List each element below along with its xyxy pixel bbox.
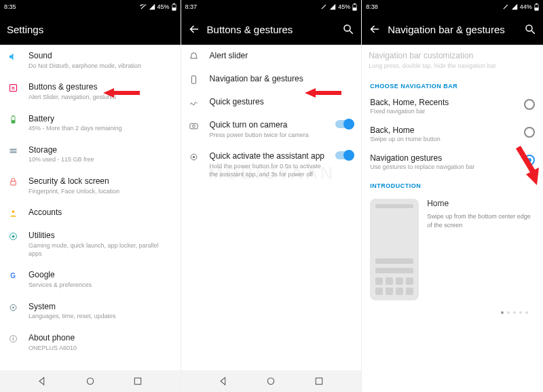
section-choose-navbar: CHOOSE NAVIGATION BAR: [362, 76, 543, 92]
svg-rect-1: [172, 7, 176, 10]
settings-item-about[interactable]: About phoneONEPLUS A6010: [0, 327, 181, 358]
phone-icon: [188, 74, 200, 85]
search-icon[interactable]: [524, 23, 536, 35]
app-bar: Buttons & gestures: [181, 14, 362, 45]
svg-line-27: [350, 31, 353, 34]
settings-item-accounts[interactable]: Accounts: [0, 201, 181, 224]
settings-item-sound[interactable]: SoundDo Not Disturb, earphone mode, vibr…: [0, 45, 181, 76]
panel-nav-bar-gestures: 8:38 44% Navigation bar & gestures Navig…: [362, 0, 543, 392]
search-icon[interactable]: [342, 23, 354, 35]
status-bar: 8:38 44%: [362, 0, 543, 14]
system-icon: [7, 302, 19, 313]
svg-point-16: [12, 307, 14, 309]
svg-rect-21: [135, 378, 141, 384]
svg-point-32: [193, 156, 195, 158]
status-time: 8:38: [366, 3, 378, 10]
buttons-icon: B: [7, 82, 19, 93]
status-bar: 8:35 45%: [0, 0, 181, 14]
svg-rect-7: [12, 115, 14, 116]
item-quick-assistant[interactable]: Quick activate the assistant appHold the…: [181, 145, 362, 184]
page-title: Navigation bar & gestures: [388, 24, 517, 35]
settings-item-buttons-gestures[interactable]: B Buttons & gesturesAlert Slider, naviga…: [0, 76, 181, 107]
page-indicator: [362, 307, 543, 314]
app-bar: Navigation bar & gestures: [362, 14, 543, 45]
panel-settings: 8:35 45% Settings SoundDo Not Disturb, e…: [0, 0, 181, 392]
svg-rect-25: [354, 3, 356, 4]
sound-icon: [7, 51, 19, 62]
status-battery-pct: 45%: [157, 3, 170, 10]
switch-quick-camera[interactable]: [335, 120, 353, 128]
svg-marker-41: [516, 146, 539, 185]
utilities-icon: [7, 231, 19, 241]
assistant-icon: [188, 151, 200, 162]
settings-item-storage[interactable]: Storage10% used - 115 GB free: [0, 139, 181, 170]
svg-rect-18: [12, 338, 13, 340]
page-title: Settings: [7, 24, 174, 35]
intro-description: Swipe up from the bottom center edge of …: [427, 212, 535, 229]
svg-rect-2: [173, 3, 175, 4]
red-arrow-annotation: [506, 144, 541, 185]
item-quick-camera[interactable]: Quick turn on cameraPress power button t…: [181, 114, 362, 145]
svg-rect-29: [190, 123, 198, 129]
intro-title: Home: [427, 199, 535, 208]
svg-rect-24: [353, 7, 357, 10]
battery-status-icon: [534, 3, 539, 11]
switch-assistant[interactable]: [335, 151, 353, 159]
phone-mock-illustration: [370, 199, 419, 300]
back-icon[interactable]: [369, 23, 381, 35]
signal-status-icon: [511, 3, 518, 10]
settings-item-security[interactable]: Security & lock screenFingerprint, Face …: [0, 170, 181, 201]
storage-icon: [7, 145, 19, 156]
nav-home-icon[interactable]: [265, 376, 276, 387]
wifi-off-status-icon: [140, 3, 147, 10]
svg-rect-9: [10, 151, 16, 153]
svg-marker-35: [305, 88, 341, 98]
settings-list: SoundDo Not Disturb, earphone mode, vibr…: [0, 45, 181, 370]
svg-point-20: [87, 378, 93, 384]
nav-back-icon[interactable]: [218, 376, 229, 387]
system-nav-bar: [0, 370, 181, 392]
battery-icon: [7, 114, 19, 125]
svg-line-40: [531, 31, 535, 34]
svg-rect-6: [12, 120, 15, 123]
svg-point-33: [268, 378, 274, 384]
svg-point-11: [12, 211, 14, 214]
wifi-off-status-icon: [320, 3, 327, 10]
svg-rect-10: [10, 181, 16, 185]
svg-text:G: G: [10, 273, 16, 280]
nav-home-icon[interactable]: [85, 376, 96, 387]
signal-status-icon: [149, 3, 155, 10]
status-time: 8:37: [185, 3, 198, 10]
red-arrow-annotation: [103, 87, 140, 99]
navbar-settings-content: Navigation bar customizationLong press, …: [362, 45, 543, 392]
gesture-icon: [188, 97, 200, 108]
nav-back-icon[interactable]: [37, 376, 48, 387]
status-battery-pct: 45%: [338, 3, 350, 10]
settings-item-system[interactable]: SystemLanguages, time, reset, updates: [0, 296, 181, 327]
svg-rect-37: [535, 7, 539, 10]
svg-marker-22: [103, 88, 140, 98]
item-alert-slider[interactable]: Alert slider: [181, 45, 362, 68]
accounts-icon: [7, 208, 19, 218]
nav-recents-icon[interactable]: [314, 376, 324, 387]
lock-icon: [7, 176, 19, 187]
settings-item-battery[interactable]: Battery45% - More than 2 days remaining: [0, 108, 181, 139]
battery-status-icon: [352, 3, 357, 11]
intro-card[interactable]: Home Swipe up from the bottom center edg…: [362, 192, 543, 307]
settings-item-google[interactable]: G GoogleServices & preferences: [0, 264, 181, 295]
panel-buttons-gestures: 8:37 45% Buttons & gestures Alert slider…: [181, 0, 362, 392]
camera-icon: [188, 120, 200, 131]
settings-item-utilities[interactable]: UtilitiesGaming mode, quick launch, app …: [0, 224, 181, 264]
app-bar: Settings: [0, 14, 181, 45]
info-icon: [7, 333, 19, 344]
svg-rect-34: [316, 378, 322, 384]
back-icon[interactable]: [188, 23, 200, 35]
page-title: Buttons & gestures: [207, 24, 336, 35]
nav-recents-icon[interactable]: [132, 376, 143, 387]
wifi-off-status-icon: [502, 3, 509, 10]
radio-back-home-recents[interactable]: [524, 99, 535, 110]
radio-back-home[interactable]: [524, 127, 535, 138]
status-battery-pct: 44%: [520, 3, 532, 10]
svg-text:B: B: [12, 85, 15, 90]
option-back-home-recents[interactable]: Back, Home, RecentsFixed navigation bar: [362, 92, 543, 120]
